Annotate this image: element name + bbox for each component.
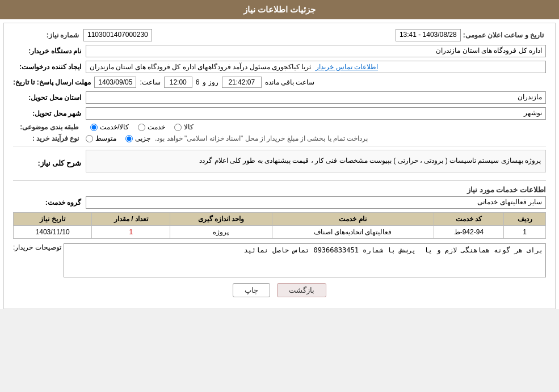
radio-jozyi-label: جزیی xyxy=(135,134,150,142)
shimara-row: شماره نیاز: 1103001407000230 1403/08/28 … xyxy=(13,29,546,41)
nam-dastgah-label: نام دستگاه خریدار: xyxy=(13,47,81,55)
shahr-label: شهر محل تحویل: xyxy=(13,109,81,117)
cell-name: فعالیتهای اتحادیه‌های اصناف xyxy=(272,225,434,238)
col-unit: واحد اندازه گیری xyxy=(170,212,272,225)
farayand-row: نوع فرآیند خرید : متوسط جزیی پرداخت تمام… xyxy=(13,134,546,142)
radio-jozyi: جزیی xyxy=(125,134,150,142)
shimara-left: 1403/08/28 - 13:41 تاریخ و ساعت اعلان عم… xyxy=(396,29,546,41)
mohlat-saat-label: ساعت: xyxy=(140,78,160,86)
date-announce-value: 1403/08/28 - 13:41 xyxy=(396,29,461,41)
mohlat-row: مهلت ارسال پاسخ: تا تاریخ: 1403/09/05 سا… xyxy=(13,77,546,88)
radio-khedmat-label: خدمت xyxy=(148,123,165,131)
divider-1 xyxy=(13,146,546,146)
nam-dastgah-value: اداره کل فرودگاه های استان مازندران xyxy=(86,45,546,57)
radio-kala-label: کالا xyxy=(184,123,194,131)
shimara-right: شماره نیاز: 1103001407000230 xyxy=(13,29,152,41)
table-head: ردیف کد خدمت نام خدمت واحد اندازه گیری ت… xyxy=(14,212,546,225)
table-row: 1942-94-طفعالیتهای اتحادیه‌های اصنافپروژ… xyxy=(14,225,546,238)
chap-button[interactable]: چاپ xyxy=(233,283,270,297)
mohlat-ersal-label: مهلت ارسال پاسخ: تا تاریخ: xyxy=(13,78,91,86)
page-header: جزئیات اطلاعات نیاز xyxy=(0,0,559,19)
cell-unit: پروژه xyxy=(170,225,272,238)
goroh-value: سایر فعالیتهای خدماتی xyxy=(86,196,546,209)
nam-dastgah-row: نام دستگاه خریدار: اداره کل فرودگاه های … xyxy=(13,45,546,57)
page-container: جزئیات اطلاعات نیاز شماره نیاز: 11030014… xyxy=(0,0,559,309)
col-radif: ردیف xyxy=(504,212,546,225)
cell-count: 1 xyxy=(92,225,170,238)
table-header-row: ردیف کد خدمت نام خدمت واحد اندازه گیری ت… xyxy=(14,212,546,225)
radio-kala-khedmat-label: کالا/خدمت xyxy=(100,123,129,131)
ostan-label: استان محل تحویل: xyxy=(13,94,81,102)
services-table: ردیف کد خدمت نام خدمت واحد اندازه گیری ت… xyxy=(13,212,546,239)
tabagheh-radio-group: کالا/خدمت خدمت کالا xyxy=(90,123,194,131)
process-desc: پرداخت تمام یا بخشی از مبلغ خریدار از مح… xyxy=(155,134,368,142)
sharh-value: پروژه بهسازی سیستم تاسیسات ( برودتی ، حر… xyxy=(86,150,546,172)
radio-khedmat-input[interactable] xyxy=(138,124,145,131)
khedmat-section-title: اطلاعات خدمات مورد نیاز xyxy=(13,186,546,194)
button-row: بازگشت چاپ xyxy=(13,283,546,297)
date-announce-label: تاریخ و ساعت اعلان عمومی: xyxy=(463,31,546,39)
shimara-niaz-value: 1103001407000230 xyxy=(83,29,152,41)
radio-motavasset-input[interactable] xyxy=(86,135,93,142)
col-code: کد خدمت xyxy=(434,212,504,225)
mohlat-date: 1403/09/05 xyxy=(94,77,136,88)
sharh-section: شرح کلی نیاز: پروژه بهسازی سیستم تاسیسات… xyxy=(13,150,546,177)
shahr-value: نوشهر xyxy=(86,107,546,120)
ijad-konande-text: ثریا کیاکجوری مسئول درآمد فرودگاههای ادا… xyxy=(90,63,311,71)
page-title: جزئیات اطلاعات نیاز xyxy=(243,5,316,14)
table-body: 1942-94-طفعالیتهای اتحادیه‌های اصنافپروژ… xyxy=(14,225,546,238)
goroh-row: گروه خدمت: سایر فعالیتهای خدماتی xyxy=(13,196,546,209)
sharh-text: پروژه بهسازی سیستم تاسیسات ( برودتی ، حر… xyxy=(199,157,541,165)
tabagheh-label: طبقه بندی موضوعی: xyxy=(13,123,81,131)
shahr-row: شهر محل تحویل: نوشهر xyxy=(13,107,546,120)
radio-kala-khedmat-input[interactable] xyxy=(90,124,98,131)
mohlat-rooz-label: روز و xyxy=(203,78,218,86)
radio-khedmat: خدمت xyxy=(138,123,165,131)
ijad-konande-row: ایجاد کننده درخواست: ثریا کیاکجوری مسئول… xyxy=(13,61,546,73)
cell-radif: 1 xyxy=(504,225,546,238)
bazgasht-button[interactable]: بازگشت xyxy=(277,283,326,297)
radio-motavasset: متوسط xyxy=(86,134,116,142)
tamas-khardar-link[interactable]: اطلاعات تماس خریدار xyxy=(316,63,378,71)
sharh-label: شرح کلی نیاز: xyxy=(13,159,81,167)
col-name: نام خدمت xyxy=(272,212,434,225)
tosifat-row: توصیحات خریدار: xyxy=(13,243,546,277)
farayand-label: نوع فرآیند خرید : xyxy=(13,134,81,142)
mohlat-remaining-label: ساعت باقی مانده xyxy=(265,78,315,86)
tosifat-textarea[interactable] xyxy=(64,243,546,277)
mohlat-saat: 12:00 xyxy=(164,77,192,88)
radio-kala-input[interactable] xyxy=(174,124,182,131)
radio-kala-khedmat: کالا/خدمت xyxy=(90,123,129,131)
content-area: شماره نیاز: 1103001407000230 1403/08/28 … xyxy=(3,23,556,309)
tosifat-label: توصیحات خریدار: xyxy=(13,243,61,251)
ijad-konande-value: ثریا کیاکجوری مسئول درآمد فرودگاههای ادا… xyxy=(86,61,546,73)
ostan-value: مازندران xyxy=(86,91,546,104)
radio-jozyi-input[interactable] xyxy=(125,135,133,142)
cell-code: 942-94-ط xyxy=(434,225,504,238)
mohlat-rooz: 6 xyxy=(196,78,200,86)
goroh-label: گروه خدمت: xyxy=(13,199,81,206)
ostan-row: استان محل تحویل: مازندران xyxy=(13,91,546,104)
farayand-radio-group: متوسط جزیی xyxy=(86,134,150,142)
shimara-niaz-label: شماره نیاز: xyxy=(13,31,81,39)
ijad-konande-label: ایجاد کننده درخواست: xyxy=(13,63,81,71)
radio-motavasset-label: متوسط xyxy=(95,134,116,142)
cell-date: 1403/11/10 xyxy=(14,225,92,238)
radio-kala: کالا xyxy=(174,123,194,131)
divider-2 xyxy=(13,180,546,181)
mohlat-remaining: 21:42:07 xyxy=(222,77,262,88)
tabagheh-row: طبقه بندی موضوعی: کالا/خدمت خدمت کالا xyxy=(13,123,546,131)
col-date: تاریخ نیاز xyxy=(14,212,92,225)
col-count: تعداد / مقدار xyxy=(92,212,170,225)
